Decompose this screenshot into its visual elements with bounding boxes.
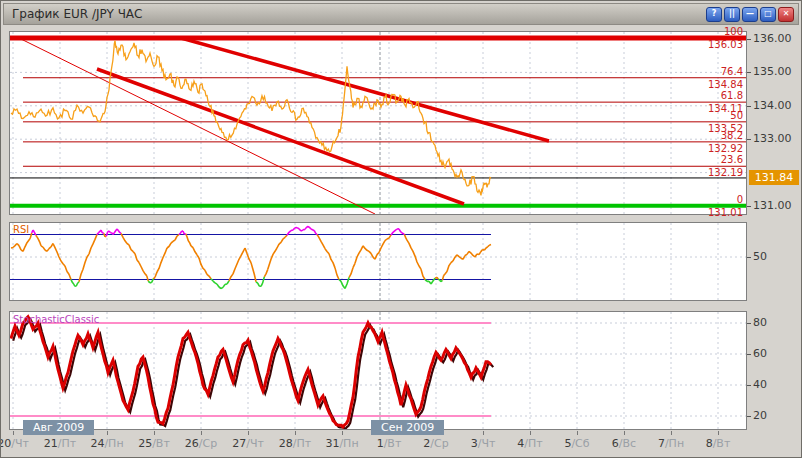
stochastic-panel-plot[interactable] [10, 312, 746, 429]
date-label: 28/Пт [273, 437, 317, 450]
date-label: 31/Пн [320, 437, 364, 450]
date-tick [154, 431, 155, 435]
axis-tick [747, 106, 751, 107]
pause-button[interactable]: || [724, 7, 740, 22]
axis-tick [747, 139, 751, 140]
axis-tick [747, 385, 751, 386]
fib-pct-label: 0 [737, 194, 743, 205]
fib-pct-label: 38.2 [721, 130, 743, 141]
date-tick [13, 431, 14, 435]
date-label: 26/Ср [179, 437, 223, 450]
fib-pct-label: 23.6 [721, 154, 743, 165]
month-badge-sep: Сен 2009 [371, 420, 444, 435]
fib-price-label: 132.19 [708, 167, 743, 178]
date-label: 5/Сб [555, 437, 599, 450]
date-label: 2/Ср [414, 437, 458, 450]
axis-tick [747, 257, 751, 258]
close-button[interactable]: ✕ [778, 7, 794, 22]
axis-tick [747, 206, 751, 207]
rsi-panel[interactable] [9, 222, 747, 301]
date-tick [342, 431, 343, 435]
fib-price-label: 136.03 [708, 39, 743, 50]
chart-window: График EUR /JPY ЧАС ?||—□✕ RSI Stochasti… [0, 0, 802, 458]
date-label: 24/Пн [85, 437, 129, 450]
fib-price-label: 134.84 [708, 79, 743, 90]
date-label: 1/Вт [367, 437, 411, 450]
date-label: 20/Чт [0, 437, 35, 450]
rsi-label: RSI [13, 224, 29, 235]
date-tick [671, 431, 672, 435]
axis-tick [747, 354, 751, 355]
month-badge-aug: Авг 2009 [23, 420, 94, 435]
stoch-axis-label: 80 [753, 316, 767, 330]
axis-tick [747, 323, 751, 324]
fib-price-label: 131.01 [708, 207, 743, 218]
date-label: 21/Пт [38, 437, 82, 450]
date-tick [718, 431, 719, 435]
date-label: 3/Чт [461, 437, 505, 450]
date-label: 27/Чт [226, 437, 270, 450]
stochastic-label: StochasticClassic [13, 314, 99, 325]
current-price-badge: 131.84 [749, 170, 799, 185]
stochastic-panel[interactable] [9, 311, 747, 430]
help-button[interactable]: ? [706, 7, 722, 22]
date-tick [248, 431, 249, 435]
date-label: 7/Пн [649, 437, 693, 450]
axis-tick [747, 72, 751, 73]
stoch-axis-label: 60 [753, 347, 767, 361]
date-label: 6/Вс [602, 437, 646, 450]
date-tick [483, 431, 484, 435]
price-axis-label: 131.00 [753, 199, 792, 213]
maximize-button[interactable]: □ [760, 7, 776, 22]
rsi-axis-label: 50 [753, 250, 767, 264]
main-chart-panel[interactable] [9, 31, 747, 215]
fib-pct-label: 61.8 [721, 90, 743, 101]
date-tick [107, 431, 108, 435]
fib-pct-label: 76.4 [721, 66, 743, 77]
price-axis-label: 136.00 [753, 32, 792, 46]
date-label: 8/Вт [696, 437, 740, 450]
date-tick [295, 431, 296, 435]
date-label: 25/Вт [132, 437, 176, 450]
window-title: График EUR /JPY ЧАС [4, 4, 798, 24]
main-chart-panel-plot[interactable] [10, 32, 746, 214]
axis-tick [747, 416, 751, 417]
minimize-button[interactable]: — [742, 7, 758, 22]
fib-pct-label: 100 [724, 26, 743, 37]
date-tick [201, 431, 202, 435]
stoch-axis-label: 40 [753, 378, 767, 392]
window-buttons: ?||—□✕ [706, 7, 794, 22]
fib-pct-label: 50 [730, 110, 743, 121]
date-tick [577, 431, 578, 435]
title-bar[interactable]: График EUR /JPY ЧАС ?||—□✕ [3, 3, 799, 25]
date-label: 4/Пт [508, 437, 552, 450]
stoch-axis-label: 20 [753, 409, 767, 423]
fib-price-label: 132.92 [708, 143, 743, 154]
price-axis-label: 135.00 [753, 65, 792, 79]
axis-tick [747, 39, 751, 40]
date-tick [530, 431, 531, 435]
rsi-panel-plot[interactable] [10, 223, 746, 300]
price-axis-label: 133.00 [753, 132, 792, 146]
date-tick [624, 431, 625, 435]
price-axis-label: 134.00 [753, 99, 792, 113]
